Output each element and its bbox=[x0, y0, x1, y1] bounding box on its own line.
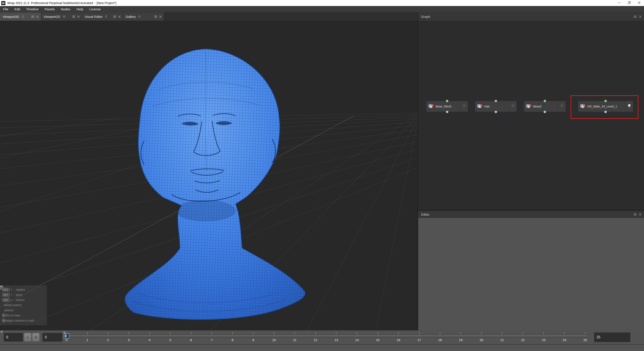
menu-item-nodes[interactable]: Nodes bbox=[58, 6, 74, 12]
lightbulb-icon bbox=[511, 104, 514, 109]
viewport-3d-canvas[interactable]: ALT+rotatesALT+pansALT+zoomswheel zoomss… bbox=[0, 20, 418, 331]
node-output-connector[interactable] bbox=[495, 100, 497, 102]
hint-fits-to-view: Ffits to view bbox=[2, 313, 47, 318]
node-output-connector[interactable] bbox=[544, 100, 546, 102]
tab-menu-icon[interactable] bbox=[72, 15, 75, 18]
viewport-scene bbox=[0, 20, 418, 331]
node-output-connector[interactable] bbox=[604, 100, 607, 102]
tab-viewport3d[interactable]: Viewport3DQ bbox=[0, 12, 41, 20]
ruler-tick-label: 0 bbox=[66, 338, 68, 342]
ruler-tick-label: 4 bbox=[148, 338, 150, 342]
graph-panel-header: Graph bbox=[418, 12, 644, 20]
ruler-tick-label: 20 bbox=[480, 338, 483, 342]
ruler-tick-label: 17 bbox=[418, 338, 421, 342]
close-button[interactable] bbox=[634, 0, 644, 6]
graph-node-beard[interactable]: Beard bbox=[524, 101, 566, 112]
ruler-tick bbox=[502, 332, 502, 335]
menu-item-timeline[interactable]: Timeline bbox=[23, 6, 42, 12]
ruler-tick-label: 5 bbox=[169, 338, 171, 342]
node-visibility-toggle[interactable] bbox=[460, 101, 468, 112]
window-title: Wrap 2021.11.3 Professional Perpetual No… bbox=[7, 1, 116, 5]
node-visibility-toggle[interactable] bbox=[558, 101, 566, 112]
node-label: Base_Mesh bbox=[436, 105, 452, 108]
frame-decrement-button[interactable]: − bbox=[24, 333, 31, 342]
node-label: Beard bbox=[533, 105, 541, 108]
node-label: Hair bbox=[484, 105, 490, 108]
timeline-playhead[interactable]: 0 bbox=[64, 334, 69, 339]
ruler-tick bbox=[128, 332, 129, 335]
graph-node-hd_male_34_level_1[interactable]: HD_Male_34_Level_1 bbox=[578, 101, 633, 112]
ruler-tick bbox=[212, 332, 212, 335]
node-input-connector[interactable] bbox=[446, 111, 448, 113]
restore-button[interactable] bbox=[624, 0, 634, 6]
timeline-collapse-icon[interactable] bbox=[1, 331, 3, 333]
node-visibility-toggle[interactable] bbox=[509, 101, 517, 112]
editor-panel-title: Editor bbox=[421, 213, 430, 216]
graph-node-hair[interactable]: Hair bbox=[475, 101, 517, 112]
ruler-tick bbox=[419, 332, 420, 335]
menu-item-license[interactable]: License bbox=[86, 6, 104, 12]
menu-item-panels[interactable]: Panels bbox=[42, 6, 58, 12]
ruler-tick-label: 11 bbox=[293, 338, 296, 342]
node-input-connector[interactable] bbox=[544, 111, 546, 113]
tab-menu-icon[interactable] bbox=[113, 15, 116, 18]
ruler-tick bbox=[398, 332, 399, 335]
tab-viewport2d[interactable]: Viewport2DW bbox=[41, 12, 82, 20]
ruler-tick bbox=[232, 332, 233, 335]
graph-node-base_mesh[interactable]: Base_Mesh bbox=[426, 101, 468, 112]
graph-menu-icon[interactable] bbox=[634, 15, 636, 18]
keycap-alt: ALT bbox=[2, 298, 10, 302]
timeline-bar: − + 012345678910111213141516171819202122… bbox=[0, 331, 644, 344]
ruler-tick-label: 9 bbox=[252, 338, 254, 342]
tab-close-icon[interactable] bbox=[118, 15, 121, 18]
hint-selects: selects bbox=[2, 308, 47, 313]
menu-item-help[interactable]: Help bbox=[74, 6, 86, 12]
menu-item-edit[interactable]: Edit bbox=[12, 6, 23, 12]
tab-shortcut-key: W bbox=[63, 15, 66, 18]
timeline-track[interactable] bbox=[65, 335, 586, 337]
menu-item-file[interactable]: File bbox=[0, 6, 12, 12]
playhead-frame-label: 0 bbox=[64, 331, 65, 334]
tab-menu-icon[interactable] bbox=[154, 15, 157, 18]
lightbulb-icon bbox=[462, 104, 466, 109]
node-input-connector[interactable] bbox=[604, 111, 607, 113]
current-frame-input[interactable] bbox=[42, 333, 62, 342]
tab-close-icon[interactable] bbox=[36, 15, 39, 18]
editor-panel-content bbox=[418, 218, 644, 331]
tab-close-icon[interactable] bbox=[77, 15, 80, 18]
node-label: HD_Male_34_Level_1 bbox=[587, 105, 617, 108]
ruler-tick-label: 19 bbox=[459, 338, 462, 342]
ruler-tick-label: 8 bbox=[232, 338, 233, 342]
ruler-tick-label: 14 bbox=[355, 338, 359, 342]
tab-close-icon[interactable] bbox=[159, 15, 162, 18]
node-output-connector[interactable] bbox=[446, 100, 448, 102]
menu-bar: FileEditTimelinePanelsNodesHelpLicense bbox=[0, 6, 644, 12]
ruler-tick bbox=[544, 332, 544, 335]
ruler-tick-label: 24 bbox=[563, 338, 566, 342]
minimize-icon bbox=[618, 1, 621, 5]
hint-rotates: ALT+rotates bbox=[2, 287, 47, 292]
node-visibility-toggle[interactable] bbox=[625, 101, 633, 112]
graph-node-canvas[interactable]: Base_MeshHairBeardHD_Male_34_Level_1 bbox=[418, 20, 644, 210]
graph-close-icon[interactable] bbox=[639, 15, 642, 18]
tab-menu-icon[interactable] bbox=[31, 15, 34, 18]
range-end-input[interactable] bbox=[594, 333, 630, 342]
geometry-node-icon bbox=[428, 103, 434, 109]
hint-zooms: ALT+zooms bbox=[2, 297, 47, 303]
node-input-connector[interactable] bbox=[495, 111, 497, 113]
editor-menu-icon[interactable] bbox=[634, 213, 636, 216]
ruler-tick-label: 10 bbox=[272, 338, 276, 342]
ruler-tick-label: 13 bbox=[334, 338, 338, 342]
keycap-f: F bbox=[2, 314, 6, 317]
tab-visual-editor[interactable]: Visual EditorE bbox=[82, 12, 123, 20]
tab-gallery[interactable]: GalleryR bbox=[123, 12, 164, 20]
range-start-input[interactable] bbox=[4, 333, 23, 342]
lightbulb-icon bbox=[560, 104, 564, 109]
app-logo-icon: W bbox=[1, 1, 5, 5]
frame-increment-button[interactable]: + bbox=[32, 333, 40, 342]
editor-close-icon[interactable] bbox=[639, 213, 642, 216]
minimize-button[interactable] bbox=[614, 0, 624, 6]
ruler-tick bbox=[150, 332, 150, 335]
hint-pans: ALT+pans bbox=[2, 292, 47, 297]
timeline-ruler[interactable]: 0123456789101112131415161718192021222324… bbox=[66, 331, 585, 344]
